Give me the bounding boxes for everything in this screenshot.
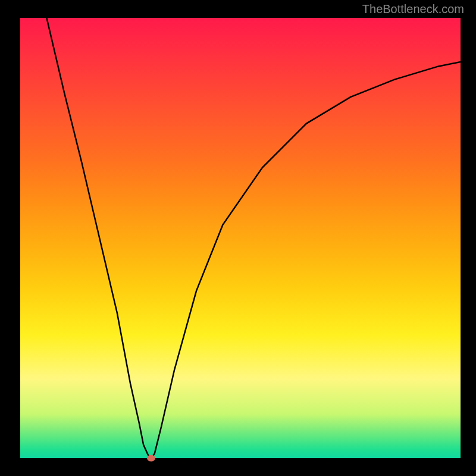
watermark-text: TheBottleneck.com (362, 2, 464, 16)
chart-plot-area (20, 18, 461, 458)
optimal-point-marker (147, 455, 155, 462)
bottleneck-curve (20, 18, 461, 458)
